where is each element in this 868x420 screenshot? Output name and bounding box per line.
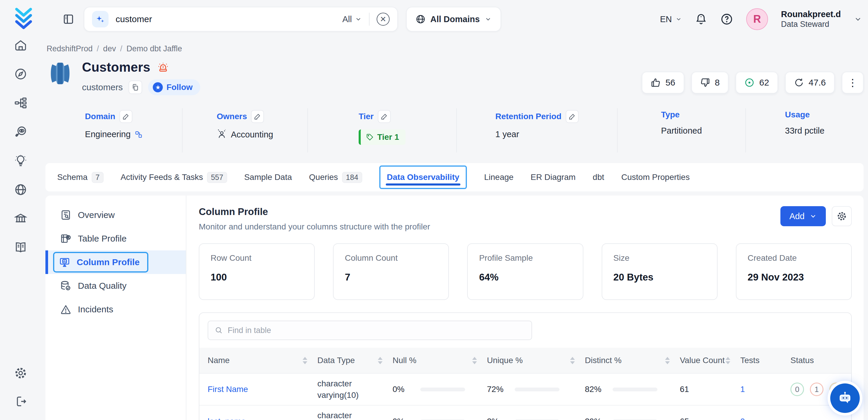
column-profile-panel: Column Profile Monitor and understand yo… <box>186 196 864 420</box>
docs-icon[interactable] <box>14 241 27 254</box>
tests-link[interactable]: 0 <box>740 417 790 420</box>
kpi-column-count: Column Count 7 <box>333 243 449 300</box>
kpi-value: 100 <box>211 272 303 283</box>
popularity-button[interactable]: 47.6 <box>785 72 835 93</box>
add-button[interactable]: Add <box>780 206 826 226</box>
edit-owners-icon[interactable] <box>251 110 264 123</box>
tab-custom-properties[interactable]: Custom Properties <box>621 173 690 182</box>
status-empty: - - <box>790 417 843 420</box>
asset-name: customers <box>82 82 123 92</box>
tab-dbt[interactable]: dbt <box>593 173 604 182</box>
globe-icon[interactable] <box>14 183 27 197</box>
col-header-value-count[interactable]: Value Count <box>680 356 740 365</box>
sidebar-toggle-icon[interactable] <box>61 12 75 26</box>
domain-value[interactable]: Engineering <box>85 129 143 139</box>
tab-count-badge: 184 <box>342 172 362 183</box>
help-icon[interactable] <box>720 13 733 26</box>
governance-icon[interactable] <box>14 212 27 225</box>
col-header-null-pct[interactable]: Null % <box>393 356 487 365</box>
topbar: All ✕ All Domains EN <box>41 0 868 38</box>
subnav-item-column-profile[interactable]: Column Profile <box>45 250 186 274</box>
breadcrumb-database[interactable]: dev <box>103 44 116 53</box>
tier-badge[interactable]: Tier 1 <box>359 129 406 145</box>
tab-lineage[interactable]: Lineage <box>484 173 514 182</box>
meta-tier: Tier Tier 1 <box>308 108 457 152</box>
tab-count-badge: 557 <box>207 172 227 183</box>
tab-er-diagram[interactable]: ER Diagram <box>531 173 576 182</box>
profile-chevron-icon[interactable] <box>854 15 862 23</box>
col-header-label: Value Count <box>680 356 725 365</box>
robot-icon <box>836 390 854 407</box>
copy-icon[interactable] <box>129 81 142 94</box>
kpi-cards: Row Count 100 Column Count 7 Profile Sam… <box>199 243 852 300</box>
observability-icon[interactable] <box>14 125 27 139</box>
search-scope-dropdown[interactable]: All <box>342 14 362 24</box>
compass-icon[interactable] <box>14 67 27 81</box>
follow-button[interactable]: ★ Follow <box>148 79 200 95</box>
edit-tier-icon[interactable] <box>378 110 391 123</box>
workflow-icon[interactable] <box>14 96 27 110</box>
column-name-link[interactable]: last_name <box>208 417 317 420</box>
tab-label: Custom Properties <box>621 173 690 182</box>
meta-type: Type Partitioned <box>618 108 746 152</box>
col-header-data-type[interactable]: Data Type <box>317 356 393 365</box>
column-name-link[interactable]: First Name <box>208 385 317 394</box>
notifications-bell-icon[interactable] <box>695 13 707 25</box>
tab-label: Sample Data <box>244 173 292 182</box>
find-in-table-input[interactable] <box>228 326 525 335</box>
downvote-button[interactable]: 8 <box>691 72 729 93</box>
kpi-size: Size 20 Bytes <box>602 243 718 300</box>
tab-label: ER Diagram <box>531 173 576 182</box>
col-header-unique-pct[interactable]: Unique % <box>487 356 585 365</box>
edit-retention-icon[interactable] <box>566 110 579 123</box>
domains-filter-dropdown[interactable]: All Domains <box>406 7 501 32</box>
sort-icon <box>378 357 382 364</box>
watchers-count: 62 <box>759 78 769 88</box>
usage-label: Usage <box>785 110 810 119</box>
tab-schema[interactable]: Schema 7 <box>57 172 103 183</box>
insights-icon[interactable] <box>14 154 27 168</box>
avatar-initial: R <box>753 13 761 25</box>
global-search[interactable]: All ✕ <box>84 7 398 32</box>
breadcrumb-connection[interactable]: RedshiftProd <box>46 44 93 53</box>
unique-pct-bar <box>515 388 559 391</box>
tab-data-observability[interactable]: Data Observability <box>379 166 467 189</box>
tab-queries[interactable]: Queries 184 <box>309 172 362 183</box>
profile-settings-gear-icon[interactable] <box>832 206 852 226</box>
subnav-item-table-profile[interactable]: Table Profile <box>45 227 186 250</box>
logout-icon[interactable] <box>14 395 27 408</box>
chatbot-fab[interactable] <box>830 384 860 413</box>
tab-sample-data[interactable]: Sample Data <box>244 173 292 182</box>
subnav-item-incidents[interactable]: Incidents <box>45 298 186 321</box>
more-actions-kebab-icon[interactable]: ⋮ <box>842 72 864 93</box>
app-logo-icon[interactable] <box>13 6 34 31</box>
edit-domain-icon[interactable] <box>119 110 132 123</box>
avatar[interactable]: R <box>746 8 768 30</box>
follow-star-icon: ★ <box>153 82 163 92</box>
home-icon[interactable] <box>14 38 27 52</box>
search-input[interactable] <box>116 14 335 24</box>
thumbs-up-icon <box>651 78 661 88</box>
find-in-table[interactable] <box>208 321 532 340</box>
kpi-created-date: Created Date 29 Nov 2023 <box>736 243 852 300</box>
subnav-item-data-quality[interactable]: Data Quality <box>45 274 186 298</box>
settings-gear-icon[interactable] <box>14 366 27 380</box>
subnav-item-overview[interactable]: Overview <box>45 203 186 227</box>
sort-icon <box>725 357 730 364</box>
col-header-name[interactable]: Name <box>208 356 317 365</box>
clear-search-icon[interactable]: ✕ <box>377 13 390 26</box>
upvote-button[interactable]: 56 <box>642 72 684 93</box>
owners-value[interactable]: Accounting <box>217 129 273 140</box>
unique-pct-cell: 72% <box>487 385 585 394</box>
kpi-profile-sample: Profile Sample 64% <box>467 243 583 300</box>
doc-search-icon <box>60 209 71 220</box>
user-name: Rounakpreet.d <box>781 9 841 20</box>
watchers-button[interactable]: 62 <box>736 72 778 93</box>
warning-triangle-icon <box>60 304 71 315</box>
tab-activity-feeds[interactable]: Activity Feeds & Tasks 557 <box>121 172 227 183</box>
tests-link[interactable]: 1 <box>740 385 790 394</box>
language-dropdown[interactable]: EN <box>660 14 682 24</box>
col-header-distinct-pct[interactable]: Distinct % <box>585 356 680 365</box>
chevron-down-icon <box>485 16 492 23</box>
breadcrumb-schema[interactable]: Demo dbt Jaffle <box>127 44 182 53</box>
